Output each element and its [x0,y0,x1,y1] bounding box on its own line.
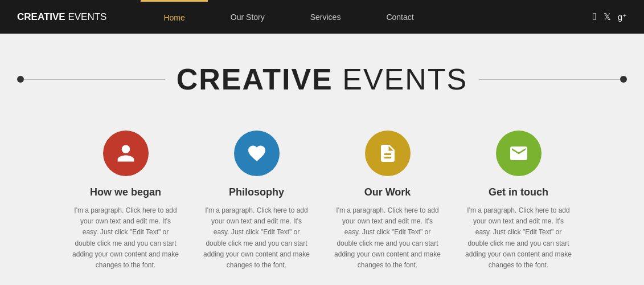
feature-title-3: Our Work [334,186,442,198]
feature-text-1: I'm a paragraph. Click here to add your … [72,205,180,271]
hero-title-rest: EVENTS [333,63,468,96]
heart-icon [247,143,267,164]
feature-title-2: Philosophy [203,186,311,198]
hero-line-right [479,79,620,80]
features-grid: How we began I'm a paragraph. Click here… [17,119,627,285]
nav-our-story[interactable]: Our Story [208,0,288,34]
feature-philosophy: Philosophy I'm a paragraph. Click here t… [191,125,322,276]
facebook-icon[interactable]:  [593,11,597,23]
feature-icon-circle-green [496,131,542,176]
brand-rest: EVENTS [65,11,107,22]
nav-links: Home Our Story Services Contact [141,0,593,34]
feature-text-3: I'm a paragraph. Click here to add your … [334,205,442,271]
hero-dot-right [620,76,627,83]
navbar: CREATIVE EVENTS Home Our Story Services … [0,0,644,34]
feature-our-work: Our Work I'm a paragraph. Click here to … [322,125,453,276]
feature-how-we-began: How we began I'm a paragraph. Click here… [60,125,191,276]
googleplus-icon[interactable]: g⁺ [618,12,627,22]
feature-icon-circle-red [103,131,149,176]
feature-text-2: I'm a paragraph. Click here to add your … [203,205,311,271]
feature-title-1: How we began [72,186,180,198]
nav-contact[interactable]: Contact [363,0,436,34]
feature-get-in-touch: Get in touch I'm a paragraph. Click here… [453,125,584,276]
document-icon [378,143,398,164]
hero-title-row: CREATIVE EVENTS [17,62,627,96]
person-icon [116,143,136,164]
social-links:  𝕏 g⁺ [593,11,627,23]
nav-services[interactable]: Services [288,0,364,34]
hero-title-bold: CREATIVE [177,63,333,96]
brand-logo[interactable]: CREATIVE EVENTS [17,11,106,23]
brand-bold: CREATIVE [17,11,65,22]
hero-title: CREATIVE EVENTS [165,62,479,96]
feature-title-4: Get in touch [465,186,573,198]
hero-line-left [24,79,165,80]
hero-dot-left [17,76,24,83]
hero-section: CREATIVE EVENTS How we began I'm a parag… [0,34,644,285]
feature-text-4: I'm a paragraph. Click here to add your … [465,205,573,271]
envelope-icon [508,143,529,164]
twitter-icon[interactable]: 𝕏 [604,11,611,22]
feature-icon-circle-teal [234,131,280,176]
nav-home[interactable]: Home [141,0,207,34]
feature-icon-circle-gold [365,131,411,176]
